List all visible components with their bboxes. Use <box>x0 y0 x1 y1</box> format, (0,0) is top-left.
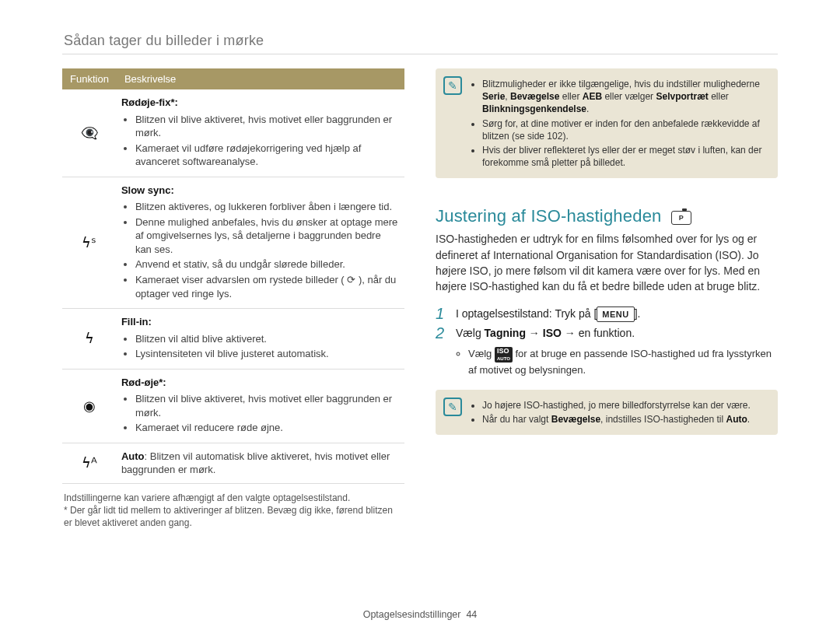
function-description: Auto: Blitzen vil automatisk blive aktiv… <box>117 443 404 483</box>
table-row: ϟFill-in:Blitzen vil altid blive aktiver… <box>62 309 404 370</box>
info-item: Blitzmuligheder er ikke tilgængelige, hv… <box>482 78 767 116</box>
left-column: Funktion Beskrivelse 👁️‍🗨️Rødøje-fix*:Bl… <box>62 68 404 530</box>
function-icon: ϟᴬ <box>62 443 117 483</box>
function-bullets: Blitzen vil altid blive aktiveret.Lysint… <box>121 332 400 361</box>
info-icon: ✎ <box>443 76 462 95</box>
function-bullets: Blitzen vil blive aktiveret, hvis motive… <box>121 392 400 435</box>
function-icon: ◉ <box>62 369 117 443</box>
iso-auto-icon: ISOAUTO <box>495 347 513 363</box>
footer-page-number: 44 <box>466 609 477 620</box>
section-paragraph: ISO-hastigheden er udtryk for en films f… <box>436 231 778 294</box>
function-bullet: Kameraet vil reducere røde øjne. <box>135 421 400 435</box>
step-text: Vælg <box>456 327 485 339</box>
info-box-flash: ✎ Blitzmuligheder er ikke tilgængelige, … <box>436 68 778 178</box>
section-title: Justering af ISO-hastigheden <box>436 206 662 226</box>
info-list: Blitzmuligheder er ikke tilgængelige, hv… <box>470 78 767 169</box>
info-item: Hvis der bliver reflekteret lys eller de… <box>482 144 767 169</box>
right-column: ✎ Blitzmuligheder er ikke tilgængelige, … <box>436 68 778 530</box>
function-description: Rød-øje*:Blitzen vil blive aktiveret, hv… <box>117 369 404 443</box>
breadcrumb: Sådan tager du billeder i mørke <box>64 33 778 49</box>
step-arrow: → <box>526 327 543 339</box>
info-list: Jo højere ISO-hastighed, jo mere billedf… <box>470 399 767 426</box>
function-bullet: Blitzen vil blive aktiveret, hvis motive… <box>135 392 400 419</box>
function-icon: 👁️‍🗨️ <box>62 89 117 177</box>
function-icon: ϟ <box>62 309 117 370</box>
table-row: ◉Rød-øje*:Blitzen vil blive aktiveret, h… <box>62 369 404 443</box>
function-heading: Rødøje-fix*: <box>121 96 178 108</box>
table-header-function: Funktion <box>62 68 117 89</box>
substep-text: Vælg <box>468 348 495 359</box>
function-icon: ϟˢ <box>62 177 117 308</box>
table-row: ϟˢSlow sync:Blitzen aktiveres, og lukker… <box>62 177 404 308</box>
camera-mode-icon <box>671 211 691 225</box>
menu-button-chip: MENU <box>597 306 634 323</box>
function-bullet: Blitzen vil altid blive aktiveret. <box>135 332 400 346</box>
step-1: 1 I optagelsestilstand: Tryk på [MENU]. <box>436 306 778 323</box>
step-2: 2 Vælg Tagning → ISO → en funktion. Vælg… <box>436 325 778 379</box>
step-bold: Tagning <box>485 327 526 339</box>
divider <box>62 54 778 54</box>
step-number: 2 <box>436 325 453 342</box>
manual-page: Sådan tager du billeder i mørke Funktion… <box>0 0 840 634</box>
function-bullet: Denne mulighed anbefales, hvis du ønsker… <box>135 215 400 257</box>
footer-section: Optagelsesindstillinger <box>363 609 461 620</box>
function-text: : Blitzen vil automatisk blive aktiveret… <box>121 450 390 476</box>
footnote: Indstillingerne kan variere afhængigt af… <box>64 492 403 530</box>
function-bullet: Kameraet vil udføre rødøjekorrigering ve… <box>135 142 400 169</box>
function-heading: Slow sync: <box>121 184 174 196</box>
step-number: 1 <box>436 306 453 321</box>
flash-options-table: Funktion Beskrivelse 👁️‍🗨️Rødøje-fix*:Bl… <box>62 68 404 484</box>
function-bullet: Blitzen aktiveres, og lukkeren forbliver… <box>135 200 400 214</box>
substep-text: for at bruge en passende ISO-hastighed u… <box>468 348 772 376</box>
function-description: Rødøje-fix*:Blitzen vil blive aktiveret,… <box>117 89 404 177</box>
table-row: 👁️‍🗨️Rødøje-fix*:Blitzen vil blive aktiv… <box>62 89 404 177</box>
procedure-steps: 1 I optagelsestilstand: Tryk på [MENU]. … <box>436 306 778 380</box>
function-heading: Auto <box>121 450 145 462</box>
step-text: I optagelsestilstand: Tryk på [ <box>456 307 597 320</box>
step-text: ]. <box>635 307 641 320</box>
function-bullets: Blitzen vil blive aktiveret, hvis motive… <box>121 113 400 169</box>
function-bullets: Blitzen aktiveres, og lukkeren forbliver… <box>121 200 400 300</box>
info-box-iso: ✎ Jo højere ISO-hastighed, jo mere bille… <box>436 390 778 435</box>
footnote-line: * Der går lidt tid mellem to aktiveringe… <box>64 504 403 529</box>
step-bold: ISO <box>543 327 562 339</box>
function-heading: Fill-in: <box>121 316 152 328</box>
function-heading: Rød-øje*: <box>121 377 166 388</box>
function-bullet: Kameraet viser advarslen om rystede bill… <box>135 273 400 300</box>
page-footer: Optagelsesindstillinger 44 <box>0 609 840 620</box>
content-columns: Funktion Beskrivelse 👁️‍🗨️Rødøje-fix*:Bl… <box>62 68 778 530</box>
function-bullet: Anvend et stativ, så du undgår slørede b… <box>135 257 400 271</box>
function-bullet: Blitzen vil blive aktiveret, hvis motive… <box>135 113 400 140</box>
footnote-line: Indstillingerne kan variere afhængigt af… <box>64 492 403 504</box>
info-item: Jo højere ISO-hastighed, jo mere billedf… <box>482 399 767 412</box>
section-heading-iso: Justering af ISO-hastigheden <box>436 206 778 226</box>
substeps: Vælg ISOAUTO for at bruge en passende IS… <box>456 345 778 379</box>
table-row: ϟᴬAuto: Blitzen vil automatisk blive akt… <box>62 443 404 483</box>
table-header-description: Beskrivelse <box>117 68 404 89</box>
function-description: Slow sync:Blitzen aktiveres, og lukkeren… <box>117 177 404 308</box>
step-text: → en funktion. <box>562 327 635 339</box>
function-bullet: Lysintensiteten vil blive justeret autom… <box>135 347 400 361</box>
function-description: Fill-in:Blitzen vil altid blive aktivere… <box>117 309 404 370</box>
info-icon: ✎ <box>443 398 462 416</box>
info-item: Sørg for, at dine motiver er inden for d… <box>482 117 767 142</box>
substep: Vælg ISOAUTO for at bruge en passende IS… <box>468 346 778 377</box>
info-item: Når du har valgt Bevægelse, indstilles I… <box>482 413 767 426</box>
